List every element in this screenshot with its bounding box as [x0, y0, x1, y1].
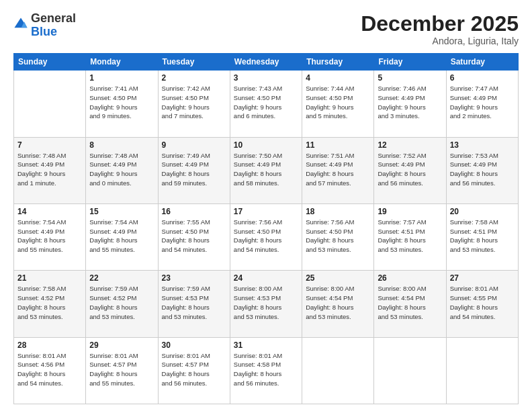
table-cell: 22Sunrise: 7:59 AMSunset: 4:52 PMDayligh…	[86, 271, 158, 337]
day-number: 23	[162, 273, 226, 283]
day-info: Sunrise: 7:58 AMSunset: 4:52 PMDaylight:…	[17, 284, 82, 321]
day-number: 8	[89, 140, 154, 150]
day-info: Sunrise: 8:00 AMSunset: 4:53 PMDaylight:…	[234, 284, 298, 321]
table-cell	[302, 337, 374, 404]
col-monday: Monday	[86, 54, 158, 71]
page: General Blue December 2025 Andora, Ligur…	[0, 0, 532, 411]
header: General Blue December 2025 Andora, Ligur…	[13, 12, 519, 46]
day-number: 16	[162, 207, 226, 216]
calendar-week-row: 21Sunrise: 7:58 AMSunset: 4:52 PMDayligh…	[14, 271, 519, 337]
calendar-table: Sunday Monday Tuesday Wednesday Thursday…	[13, 53, 519, 404]
table-cell	[374, 337, 446, 404]
day-info: Sunrise: 7:41 AMSunset: 4:50 PMDaylight:…	[89, 84, 154, 121]
day-number: 21	[17, 273, 82, 283]
day-info: Sunrise: 7:54 AMSunset: 4:49 PMDaylight:…	[17, 218, 82, 255]
calendar-week-row: 7Sunrise: 7:48 AMSunset: 4:49 PMDaylight…	[14, 137, 519, 203]
table-cell: 23Sunrise: 7:59 AMSunset: 4:53 PMDayligh…	[158, 271, 230, 337]
day-number: 1	[89, 73, 154, 83]
day-info: Sunrise: 7:58 AMSunset: 4:51 PMDaylight:…	[450, 218, 515, 255]
day-info: Sunrise: 7:50 AMSunset: 4:49 PMDaylight:…	[234, 151, 298, 188]
table-cell: 12Sunrise: 7:52 AMSunset: 4:49 PMDayligh…	[374, 137, 446, 203]
table-cell	[14, 71, 86, 137]
logo-blue-text: Blue	[31, 25, 57, 38]
day-info: Sunrise: 7:43 AMSunset: 4:50 PMDaylight:…	[234, 84, 298, 121]
table-cell: 5Sunrise: 7:46 AMSunset: 4:49 PMDaylight…	[374, 71, 446, 137]
table-cell	[446, 337, 518, 404]
day-number: 14	[17, 207, 82, 216]
day-number: 11	[306, 140, 370, 150]
day-number: 2	[162, 73, 226, 83]
table-cell: 19Sunrise: 7:57 AMSunset: 4:51 PMDayligh…	[374, 203, 446, 270]
logo-icon	[13, 17, 28, 32]
day-info: Sunrise: 7:56 AMSunset: 4:50 PMDaylight:…	[234, 218, 298, 255]
day-info: Sunrise: 7:53 AMSunset: 4:49 PMDaylight:…	[450, 151, 515, 188]
day-info: Sunrise: 8:00 AMSunset: 4:54 PMDaylight:…	[306, 284, 370, 321]
day-info: Sunrise: 8:00 AMSunset: 4:54 PMDaylight:…	[378, 284, 442, 321]
col-tuesday: Tuesday	[158, 54, 230, 71]
logo: General Blue	[13, 12, 76, 39]
table-cell: 14Sunrise: 7:54 AMSunset: 4:49 PMDayligh…	[14, 203, 86, 270]
day-number: 15	[89, 207, 154, 216]
day-number: 17	[234, 207, 298, 216]
day-info: Sunrise: 7:52 AMSunset: 4:49 PMDaylight:…	[378, 151, 442, 188]
day-info: Sunrise: 7:59 AMSunset: 4:52 PMDaylight:…	[89, 284, 154, 321]
day-info: Sunrise: 8:01 AMSunset: 4:57 PMDaylight:…	[162, 351, 226, 388]
calendar-week-row: 14Sunrise: 7:54 AMSunset: 4:49 PMDayligh…	[14, 203, 519, 270]
calendar-week-row: 1Sunrise: 7:41 AMSunset: 4:50 PMDaylight…	[14, 71, 519, 137]
day-info: Sunrise: 8:01 AMSunset: 4:57 PMDaylight:…	[89, 351, 154, 388]
day-info: Sunrise: 8:01 AMSunset: 4:56 PMDaylight:…	[17, 351, 82, 388]
table-cell: 11Sunrise: 7:51 AMSunset: 4:49 PMDayligh…	[302, 137, 374, 203]
table-cell: 1Sunrise: 7:41 AMSunset: 4:50 PMDaylight…	[86, 71, 158, 137]
day-info: Sunrise: 7:48 AMSunset: 4:49 PMDaylight:…	[17, 151, 82, 188]
col-friday: Friday	[374, 54, 446, 71]
day-number: 13	[450, 140, 515, 150]
table-cell: 18Sunrise: 7:56 AMSunset: 4:50 PMDayligh…	[302, 203, 374, 270]
day-number: 9	[162, 140, 226, 150]
day-number: 25	[306, 273, 370, 283]
day-info: Sunrise: 7:59 AMSunset: 4:53 PMDaylight:…	[162, 284, 226, 321]
table-cell: 7Sunrise: 7:48 AMSunset: 4:49 PMDaylight…	[14, 137, 86, 203]
table-cell: 15Sunrise: 7:54 AMSunset: 4:49 PMDayligh…	[86, 203, 158, 270]
day-number: 22	[89, 273, 154, 283]
title-block: December 2025 Andora, Liguria, Italy	[361, 12, 519, 46]
col-sunday: Sunday	[14, 54, 86, 71]
day-info: Sunrise: 7:47 AMSunset: 4:49 PMDaylight:…	[450, 84, 515, 121]
table-cell: 29Sunrise: 8:01 AMSunset: 4:57 PMDayligh…	[86, 337, 158, 404]
table-cell: 17Sunrise: 7:56 AMSunset: 4:50 PMDayligh…	[230, 203, 302, 270]
day-info: Sunrise: 7:51 AMSunset: 4:49 PMDaylight:…	[306, 151, 370, 188]
day-number: 12	[378, 140, 442, 150]
table-cell: 2Sunrise: 7:42 AMSunset: 4:50 PMDaylight…	[158, 71, 230, 137]
day-info: Sunrise: 7:44 AMSunset: 4:50 PMDaylight:…	[306, 84, 370, 121]
day-number: 6	[450, 73, 515, 83]
col-saturday: Saturday	[446, 54, 518, 71]
day-number: 10	[234, 140, 298, 150]
table-cell: 28Sunrise: 8:01 AMSunset: 4:56 PMDayligh…	[14, 337, 86, 404]
table-cell: 26Sunrise: 8:00 AMSunset: 4:54 PMDayligh…	[374, 271, 446, 337]
day-number: 27	[450, 273, 515, 283]
month-title: December 2025	[361, 12, 519, 36]
day-number: 18	[306, 207, 370, 216]
day-number: 24	[234, 273, 298, 283]
table-cell: 30Sunrise: 8:01 AMSunset: 4:57 PMDayligh…	[158, 337, 230, 404]
table-cell: 3Sunrise: 7:43 AMSunset: 4:50 PMDaylight…	[230, 71, 302, 137]
col-thursday: Thursday	[302, 54, 374, 71]
table-cell: 31Sunrise: 8:01 AMSunset: 4:58 PMDayligh…	[230, 337, 302, 404]
table-cell: 16Sunrise: 7:55 AMSunset: 4:50 PMDayligh…	[158, 203, 230, 270]
day-number: 19	[378, 207, 442, 216]
col-wednesday: Wednesday	[230, 54, 302, 71]
calendar-header-row: Sunday Monday Tuesday Wednesday Thursday…	[14, 54, 519, 71]
day-number: 5	[378, 73, 442, 83]
table-cell: 24Sunrise: 8:00 AMSunset: 4:53 PMDayligh…	[230, 271, 302, 337]
day-number: 3	[234, 73, 298, 83]
day-info: Sunrise: 7:42 AMSunset: 4:50 PMDaylight:…	[162, 84, 226, 121]
day-number: 20	[450, 207, 515, 216]
table-cell: 25Sunrise: 8:00 AMSunset: 4:54 PMDayligh…	[302, 271, 374, 337]
table-cell: 13Sunrise: 7:53 AMSunset: 4:49 PMDayligh…	[446, 137, 518, 203]
day-info: Sunrise: 7:54 AMSunset: 4:49 PMDaylight:…	[89, 218, 154, 255]
calendar-week-row: 28Sunrise: 8:01 AMSunset: 4:56 PMDayligh…	[14, 337, 519, 404]
table-cell: 8Sunrise: 7:48 AMSunset: 4:49 PMDaylight…	[86, 137, 158, 203]
table-cell: 4Sunrise: 7:44 AMSunset: 4:50 PMDaylight…	[302, 71, 374, 137]
day-number: 28	[17, 340, 82, 350]
table-cell: 10Sunrise: 7:50 AMSunset: 4:49 PMDayligh…	[230, 137, 302, 203]
table-cell: 20Sunrise: 7:58 AMSunset: 4:51 PMDayligh…	[446, 203, 518, 270]
